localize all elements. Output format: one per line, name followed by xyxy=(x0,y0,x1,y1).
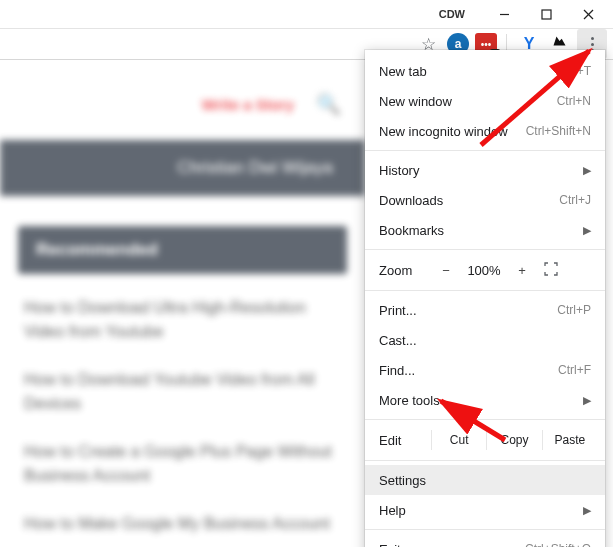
menu-downloads[interactable]: DownloadsCtrl+J xyxy=(365,185,605,215)
menu-new-incognito[interactable]: New incognito windowCtrl+Shift+N xyxy=(365,116,605,146)
menu-separator xyxy=(365,529,605,530)
menu-find[interactable]: Find...Ctrl+F xyxy=(365,355,605,385)
paste-button[interactable]: Paste xyxy=(542,430,597,450)
menu-new-tab[interactable]: New tabCtrl+T xyxy=(365,56,605,86)
write-story-link[interactable]: Write a Story xyxy=(202,96,294,113)
profile-label[interactable]: CDW xyxy=(439,8,465,20)
minimize-button[interactable] xyxy=(483,0,525,28)
fullscreen-icon[interactable] xyxy=(537,262,565,279)
menu-separator xyxy=(365,460,605,461)
recommended-list: How to Download Ultra High-Resolution Vi… xyxy=(24,296,341,536)
menu-bookmarks[interactable]: Bookmarks▶ xyxy=(365,215,605,245)
author-name: Christian Dwi Wijaya xyxy=(177,158,333,178)
chrome-menu: New tabCtrl+T New windowCtrl+N New incog… xyxy=(365,50,605,547)
zoom-in-button[interactable]: + xyxy=(507,263,537,278)
list-item[interactable]: How to Make Google My Business Account xyxy=(24,512,341,536)
menu-settings[interactable]: Settings xyxy=(365,465,605,495)
chevron-right-icon: ▶ xyxy=(583,164,591,177)
author-bar: Christian Dwi Wijaya xyxy=(0,140,365,196)
copy-button[interactable]: Copy xyxy=(486,430,541,450)
close-window-button[interactable] xyxy=(567,0,609,28)
menu-help[interactable]: Help▶ xyxy=(365,495,605,525)
menu-separator xyxy=(365,249,605,250)
menu-exit[interactable]: ExitCtrl+Shift+Q xyxy=(365,534,605,547)
zoom-value: 100% xyxy=(461,263,507,278)
search-icon[interactable]: 🔍 xyxy=(316,92,341,116)
menu-separator xyxy=(365,290,605,291)
cut-button[interactable]: Cut xyxy=(431,430,486,450)
menu-separator xyxy=(365,419,605,420)
menu-print[interactable]: Print...Ctrl+P xyxy=(365,295,605,325)
chevron-right-icon: ▶ xyxy=(583,394,591,407)
chevron-right-icon: ▶ xyxy=(583,224,591,237)
list-item[interactable]: How to Download Ultra High-Resolution Vi… xyxy=(24,296,341,344)
list-item[interactable]: How to Download Youtube Video from All D… xyxy=(24,368,341,416)
menu-more-tools[interactable]: More tools▶ xyxy=(365,385,605,415)
menu-cast[interactable]: Cast... xyxy=(365,325,605,355)
maximize-button[interactable] xyxy=(525,0,567,28)
menu-zoom: Zoom − 100% + xyxy=(365,254,605,286)
window-titlebar: CDW xyxy=(0,0,613,28)
menu-new-window[interactable]: New windowCtrl+N xyxy=(365,86,605,116)
zoom-out-button[interactable]: − xyxy=(431,263,461,278)
menu-history[interactable]: History▶ xyxy=(365,155,605,185)
svg-rect-1 xyxy=(542,10,551,19)
page-content: Write a Story 🔍 Christian Dwi Wijaya Rec… xyxy=(0,60,365,547)
chevron-right-icon: ▶ xyxy=(583,504,591,517)
list-item[interactable]: How to Create a Google Plus Page Without… xyxy=(24,440,341,488)
menu-edit-row: Edit Cut Copy Paste xyxy=(365,424,605,456)
menu-separator xyxy=(365,150,605,151)
recommended-header: Recommended xyxy=(18,226,347,274)
